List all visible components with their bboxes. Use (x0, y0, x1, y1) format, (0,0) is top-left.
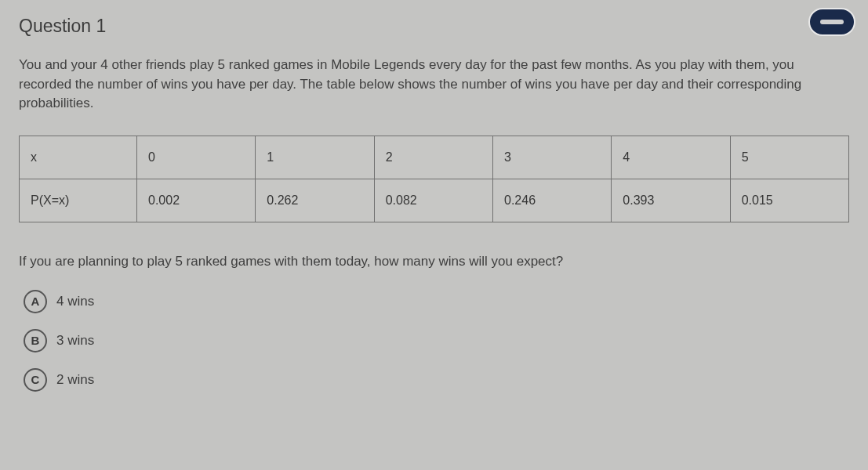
question-title: Question 1 (19, 16, 849, 37)
table-cell: 4 (612, 136, 730, 179)
table-cell: 0.262 (256, 179, 374, 222)
table-cell: 0.393 (612, 179, 730, 222)
choice-label: 2 wins (56, 372, 94, 388)
choice-a[interactable]: A 4 wins (24, 290, 849, 313)
choice-label: 4 wins (56, 294, 94, 309)
table-cell: 0.015 (730, 179, 848, 222)
table-cell: 0.002 (137, 179, 256, 222)
badge-icon (808, 8, 855, 36)
probability-table: x 0 1 2 3 4 5 P(X=x) 0.002 0.262 0.082 0… (19, 136, 849, 222)
choice-label: 3 wins (56, 333, 94, 349)
question-container: Question 1 You and your 4 other friends … (0, 0, 868, 392)
question-followup: If you are planning to play 5 ranked gam… (19, 254, 849, 269)
choice-letter: A (24, 290, 47, 313)
badge-inner (820, 20, 844, 24)
table-cell: 0.246 (492, 179, 611, 222)
answer-choices: A 4 wins B 3 wins C 2 wins (19, 290, 849, 392)
table-cell: 1 (256, 136, 374, 179)
choice-letter: B (24, 329, 47, 352)
choice-letter: C (24, 368, 47, 392)
question-prompt: You and your 4 other friends play 5 rank… (19, 56, 849, 114)
row-label-px: P(X=x) (20, 179, 137, 222)
choice-c[interactable]: C 2 wins (24, 368, 849, 392)
choice-b[interactable]: B 3 wins (24, 329, 849, 352)
table-row: P(X=x) 0.002 0.262 0.082 0.246 0.393 0.0… (20, 179, 849, 222)
table-cell: 0.082 (374, 179, 492, 222)
table-cell: 3 (492, 136, 611, 179)
table-cell: 5 (730, 136, 848, 179)
table-row: x 0 1 2 3 4 5 (20, 136, 849, 179)
table-cell: 2 (374, 136, 492, 179)
table-cell: 0 (137, 136, 256, 179)
row-label-x: x (20, 136, 137, 179)
